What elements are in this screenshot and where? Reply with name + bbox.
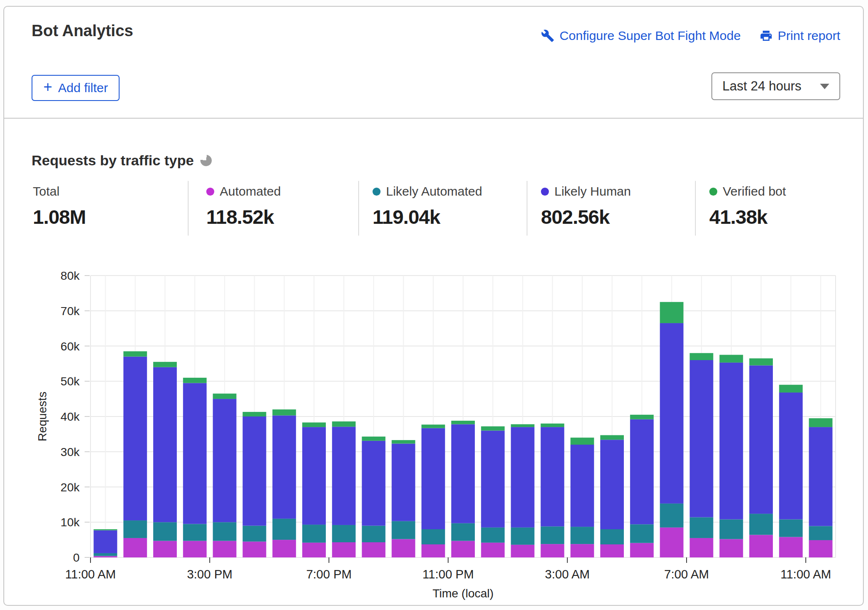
bar-segment-verified-bot	[630, 415, 654, 419]
bar-segment-likely-automated	[630, 524, 654, 543]
y-axis-title: Requests	[36, 392, 49, 441]
bar-segment-automated	[391, 539, 415, 557]
bar-segment-likely-automated	[600, 529, 624, 544]
plus-icon: +	[43, 80, 52, 95]
bar-segment-automated	[213, 541, 237, 557]
time-range-select[interactable]: Last 24 hours	[711, 72, 840, 100]
bar-segment-verified-bot	[749, 358, 773, 366]
section-title-row: Requests by traffic type	[32, 152, 212, 169]
print-link-label: Print report	[778, 29, 840, 43]
bar-segment-likely-automated	[332, 525, 356, 542]
bar-segment-automated	[332, 542, 356, 557]
bar-segment-likely-automated	[690, 517, 713, 538]
bar-segment-verified-bot	[451, 421, 475, 424]
bar-segment-likely-human	[123, 357, 147, 520]
stat-likely-automated-value: 119.04k	[373, 205, 482, 228]
bar-segment-likely-automated	[272, 519, 296, 540]
add-filter-label: Add filter	[58, 81, 108, 95]
bar-segment-likely-human	[511, 427, 535, 528]
bar-segment-likely-human	[719, 363, 743, 520]
y-tick-label: 70k	[61, 305, 80, 318]
stat-total: Total 1.08M	[33, 184, 86, 228]
bar-segment-automated	[421, 544, 445, 557]
y-tick-label: 30k	[61, 446, 80, 459]
bar-segment-verified-bot	[690, 353, 713, 360]
bar-segment-verified-bot	[391, 440, 415, 443]
verified-bot-dot-icon	[709, 188, 717, 196]
bar-segment-verified-bot	[302, 422, 326, 427]
bar-segment-automated	[719, 539, 743, 557]
bar-segment-likely-automated	[719, 520, 743, 539]
time-range-value: Last 24 hours	[722, 79, 801, 94]
bar-segment-automated	[481, 543, 505, 557]
bar-segment-likely-human	[570, 445, 594, 527]
section-title: Requests by traffic type	[32, 152, 194, 169]
bar-segment-likely-automated	[93, 553, 117, 556]
stat-likely-human-value: 802.56k	[541, 205, 631, 228]
stat-likely-automated: Likely Automated 119.04k	[373, 184, 482, 228]
bar-segment-likely-automated	[421, 529, 445, 544]
stat-verified-bot-value: 41.38k	[709, 205, 786, 228]
stat-total-label: Total	[33, 184, 59, 199]
stat-likely-human: Likely Human 802.56k	[541, 184, 631, 228]
bar-segment-likely-human	[183, 383, 207, 524]
print-report-link[interactable]: Print report	[759, 29, 840, 43]
y-tick-label: 80k	[61, 269, 80, 282]
bar-segment-verified-bot	[93, 529, 117, 530]
header-divider	[4, 118, 864, 119]
bar-segment-automated	[242, 541, 266, 557]
bar-segment-verified-bot	[362, 437, 386, 441]
configure-super-bot-fight-mode-link[interactable]: Configure Super Bot Fight Mode	[541, 29, 740, 43]
bar-segment-automated	[451, 541, 475, 557]
bar-segment-likely-automated	[451, 523, 475, 541]
bar-segment-likely-automated	[481, 528, 505, 543]
bar-segment-automated	[630, 543, 654, 557]
bar-segment-likely-human	[242, 416, 266, 526]
bar-segment-likely-automated	[153, 522, 177, 541]
bar-segment-verified-bot	[332, 422, 356, 427]
bar-segment-verified-bot	[153, 362, 177, 367]
bar-segment-likely-human	[481, 431, 505, 528]
stat-total-value: 1.08M	[33, 205, 86, 228]
bar-segment-likely-human	[630, 419, 654, 525]
bar-segment-likely-human	[302, 427, 326, 525]
bar-segment-verified-bot	[660, 302, 684, 323]
likely-automated-dot-icon	[373, 188, 381, 196]
bar-segment-automated	[272, 540, 296, 557]
bar-segment-verified-bot	[123, 351, 147, 357]
bar-segment-likely-automated	[362, 526, 386, 542]
bar-segment-likely-human	[421, 428, 445, 529]
bar-segment-likely-automated	[779, 520, 803, 537]
stat-separator	[527, 181, 527, 236]
bar-segment-verified-bot	[600, 435, 624, 440]
bar-segment-verified-bot	[183, 378, 207, 383]
bar-segment-verified-bot	[272, 409, 296, 415]
bar-segment-automated	[183, 541, 207, 557]
bar-segment-likely-automated	[183, 524, 207, 541]
bar-segment-verified-bot	[511, 424, 535, 427]
y-tick-label: 40k	[61, 410, 80, 423]
bar-segment-automated	[511, 545, 535, 557]
y-tick-label: 10k	[61, 516, 80, 529]
bar-segment-automated	[690, 538, 713, 557]
bar-segment-automated	[362, 542, 386, 557]
x-tick-label: 3:00 AM	[545, 568, 590, 581]
y-tick-label: 60k	[61, 340, 80, 353]
bar-segment-likely-human	[93, 530, 117, 553]
bar-segment-automated	[600, 544, 624, 557]
x-axis-title: Time (local)	[432, 587, 493, 600]
bar-segment-likely-human	[809, 427, 833, 526]
page-title: Bot Analytics	[32, 22, 133, 40]
bar-segment-likely-human	[391, 443, 415, 521]
bar-segment-likely-automated	[242, 526, 266, 542]
pie-chart-icon	[200, 154, 213, 167]
x-tick-label: 11:00 AM	[780, 568, 831, 581]
bar-segment-automated	[749, 535, 773, 557]
add-filter-button[interactable]: + Add filter	[32, 75, 120, 101]
bar-segment-likely-automated	[123, 520, 147, 538]
bar-segment-likely-human	[749, 366, 773, 514]
bar-segment-verified-bot	[570, 438, 594, 445]
bar-segment-likely-automated	[511, 528, 535, 545]
bar-segment-verified-bot	[719, 355, 743, 362]
bar-segment-automated	[153, 541, 177, 557]
